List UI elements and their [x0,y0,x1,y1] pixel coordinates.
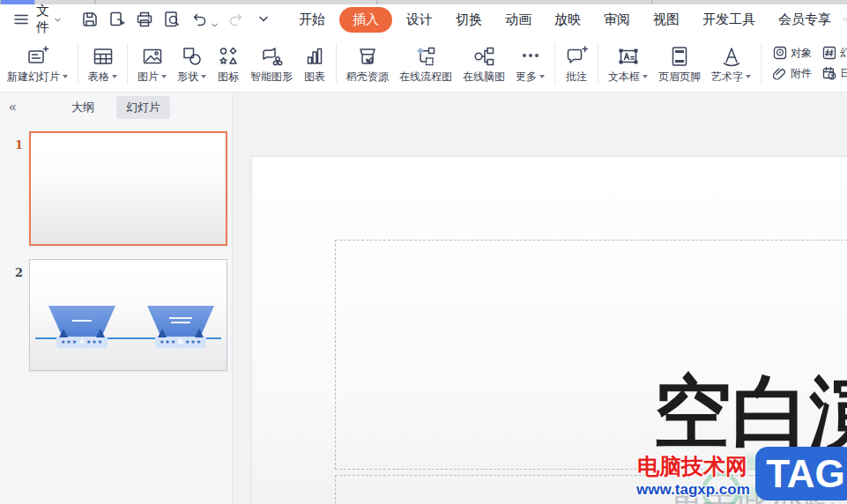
wordart-icon [720,45,743,68]
table-icon [92,45,115,68]
tab-developer-tools[interactable]: 开发工具 [691,8,767,32]
document-tab-strip [96,0,376,4]
docer-resources-button[interactable]: 稻壳资源 [341,38,394,89]
print-icon[interactable] [135,10,154,29]
undo-button[interactable] [189,10,219,29]
icon-library-button[interactable]: 图标 [212,38,245,89]
button-label: 附件 [791,66,812,81]
stars: ★★★ [86,339,103,345]
new-slide-button[interactable]: 新建幻灯片 [2,38,73,89]
tab-member-exclusive[interactable]: 会员专享 [767,8,843,32]
tab-home[interactable]: 开始 [287,8,337,32]
online-mindmap-button[interactable]: 在线脑图 [457,38,510,89]
divider [598,43,598,84]
object-icon [773,46,787,60]
search-icon [843,12,847,26]
document-tab-strip [35,0,94,4]
button-label: 图标 [218,71,239,82]
smart-graphic-icon [260,45,283,68]
slide-2-number: 2 [15,266,23,279]
tab-slides[interactable]: 幻灯片 [116,96,170,119]
collapse-panel-icon[interactable]: « [9,99,15,114]
tab-design[interactable]: 设计 [395,8,444,32]
document-tab-strip [653,0,847,4]
redo-icon [227,10,246,29]
dropdown-caret-icon [539,75,545,78]
slide-1-thumbnail[interactable] [29,131,227,246]
funnel-graphic-a: ★★★ A ★★★ [48,306,115,348]
slide-2-thumbnail[interactable]: ★★★ A ★★★ ★★★ [29,259,227,371]
funnel-graphic-b: ★★★ B ★★★ [147,306,214,348]
object-button[interactable]: 对象 [773,46,812,61]
button-label: 智能图形 [250,71,293,82]
button-label: 在线脑图 [463,71,505,82]
undo-caret-icon[interactable] [211,21,219,29]
file-menu[interactable]: 文件 [36,3,62,36]
header-footer-button[interactable]: 页眉页脚 [653,38,706,89]
button-label: 稻壳资源 [346,71,389,82]
comment-button[interactable]: 批注 [560,38,593,89]
chart-button[interactable]: 图表 [298,38,331,89]
smart-graphic-button[interactable]: 智能图形 [245,38,298,89]
header-footer-icon [668,45,691,68]
button-label: 形状 [177,71,198,82]
button-label: 更多 [516,71,537,82]
active-document-tab [1,0,34,4]
dropdown-caret-icon [746,75,751,78]
dropdown-caret-icon [643,75,648,78]
tab-view[interactable]: 视图 [642,8,691,32]
shape-button[interactable]: 形状 [172,38,212,89]
comment-icon [565,45,588,68]
slide-canvas[interactable]: 空白演 单击此处输入 电脑技术网 www.tagxp.com TAG [233,93,847,504]
attachment-button[interactable]: 附件 [773,66,812,81]
tab-transition[interactable]: 切换 [444,8,494,32]
docer-resources-icon [356,45,379,68]
online-flowchart-button[interactable]: 在线流程图 [394,38,457,89]
print-preview-icon[interactable] [162,10,182,29]
button-label: 新建幻灯片 [7,71,60,82]
document-tab-strip [378,0,651,4]
hamburger-menu-icon[interactable] [11,10,31,29]
export-icon[interactable] [108,10,127,29]
funnel-letter: A [79,338,85,345]
wordart-button[interactable]: 艺术字 [706,38,756,89]
online-flowchart-icon [414,45,437,68]
tab-review[interactable]: 审阅 [592,8,642,32]
button-label: 表格 [88,71,109,82]
triangle-icon [96,329,105,337]
file-menu-label: 文件 [36,3,49,36]
more-button[interactable]: 更多 [510,38,550,89]
main-content: « 大纲 幻灯片 1 2 ★★★ A [0,93,847,504]
save-icon[interactable] [80,10,100,29]
shape-icon [181,45,204,68]
stars: ★★★ [160,339,176,345]
datetime-icon [822,66,836,80]
triangle-icon [158,329,167,337]
slide-title-text[interactable]: 空白演 [653,371,847,453]
dropdown-caret-icon [161,75,167,78]
table-button[interactable]: 表格 [83,38,123,89]
slide-panel: « 大纲 幻灯片 1 2 ★★★ A [0,93,233,504]
tab-insert[interactable]: 插入 [339,7,392,33]
datetime-button[interactable]: 日期和 [822,66,847,81]
picture-button[interactable]: 图片 [132,38,172,89]
ribbon-tabs: 开始 插入 设计 切换 动画 放映 审阅 视图 开发工具 会员专享 [287,7,843,33]
textbox-button[interactable]: 文本框 [603,38,653,89]
dropdown-caret-icon [201,75,206,78]
funnel-text-line [72,320,92,322]
tab-animation[interactable]: 动画 [494,8,543,32]
watermark-site-url: www.tagxp.com [636,481,750,499]
button-label: 幻灯片 [840,46,847,61]
online-mindmap-icon [472,45,495,68]
chevron-down-icon [54,16,62,24]
divider [761,43,762,84]
slide-number-button[interactable]: 幻灯片 [822,46,847,61]
quick-access-bar: 文件 [0,4,847,34]
customize-toolbar-icon[interactable] [254,10,273,29]
search-input[interactable]: 查找命令、搜索模 [843,11,847,27]
tab-outline[interactable]: 大纲 [62,96,104,119]
tab-slideshow[interactable]: 放映 [543,8,592,32]
funnel-label: ★★★ A ★★★ [56,337,108,348]
button-label: 文本框 [608,71,640,82]
dropdown-caret-icon [63,75,68,78]
